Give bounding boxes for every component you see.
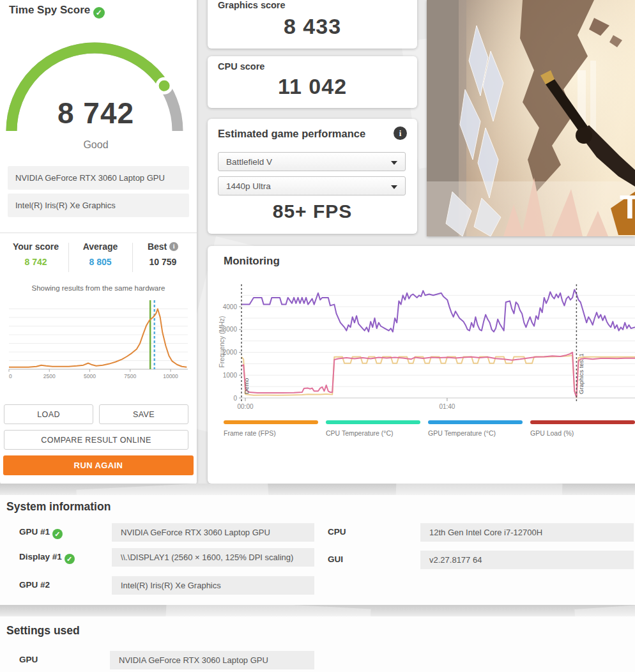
timespy-artwork: T — [427, 0, 635, 236]
best-score-value: 10 759 — [134, 257, 192, 267]
graphics-score-card: Graphics score 8 433 — [208, 0, 417, 49]
estimated-fps: 85+ FPS — [208, 201, 417, 222]
cpu-value: 12th Gen Intel Core i7-12700H — [420, 523, 634, 542]
game-select[interactable]: Battlefield V — [218, 152, 406, 171]
game-performance-info-icon[interactable]: i — [394, 126, 407, 140]
svg-text:7500: 7500 — [124, 373, 136, 379]
legend-label: GPU Load (%) — [530, 429, 635, 437]
settings-used-heading: Settings used — [6, 624, 80, 638]
monitoring-chart: 0100020003000400000:0001:40 DemoGraphics… — [208, 246, 635, 484]
legend-color-bar — [326, 420, 420, 424]
section-divider — [0, 605, 635, 616]
legend-gpu-load[interactable]: GPU Load (%) — [530, 420, 635, 437]
cpu-label: CPU — [328, 527, 346, 537]
settings-used-section: Settings used GPU NVIDIA GeForce RTX 306… — [0, 616, 635, 672]
best-info-icon[interactable]: i — [169, 242, 178, 251]
legend-color-bar — [224, 420, 318, 424]
average-score-value: 8 805 — [72, 257, 129, 267]
gpu1-name: NVIDIA GeForce RTX 3060 Laptop GPU — [8, 166, 189, 190]
best-score-label: Best i — [134, 241, 192, 252]
system-info-heading: System information — [6, 500, 111, 514]
monitoring-card: Monitoring 0100020003000400000:0001:40 D… — [208, 246, 635, 484]
gpu1-label: GPU #1 ✓ — [19, 527, 63, 539]
legend-gpu-temperature[interactable]: GPU Temperature (°C) — [428, 420, 523, 437]
cpu-score-label: CPU score — [218, 61, 264, 72]
gpu2-name: Intel(R) Iris(R) Xe Graphics — [8, 194, 189, 217]
gpu2-label: GPU #2 — [19, 580, 50, 590]
your-score-label: Your score — [6, 241, 65, 252]
artwork-overlay-letter: T — [620, 188, 635, 225]
verified-check-icon: ✓ — [52, 529, 63, 539]
cpu-score-value: 11 042 — [208, 74, 417, 99]
svg-text:0: 0 — [9, 373, 12, 379]
best-score-cell: Best i 10 759 — [134, 241, 192, 267]
svg-text:4000: 4000 — [223, 303, 238, 310]
run-again-button[interactable]: RUN AGAIN — [3, 455, 194, 475]
chevron-down-icon — [391, 185, 397, 189]
score-rating: Good — [0, 139, 192, 151]
legend-label: GPU Temperature (°C) — [428, 429, 523, 437]
game-select-value: Battlefield V — [226, 157, 272, 167]
gauge-knob-icon — [157, 79, 171, 93]
svg-text:5000: 5000 — [84, 373, 96, 379]
monitoring-y-axis-label: Frequency (MHz) — [218, 316, 226, 367]
average-score-cell: Average 8 805 — [72, 241, 129, 267]
svg-text:Demo: Demo — [243, 378, 250, 394]
settings-gpu-label: GPU — [19, 655, 38, 664]
hardware-histogram-chart: 025005000750010000 — [4, 295, 193, 379]
svg-text:10000: 10000 — [163, 373, 178, 379]
gpu2-value: Intel(R) Iris(R) Xe Graphics — [112, 576, 314, 595]
game-performance-title: Estimated game performance — [218, 128, 365, 140]
settings-gpu-value: NVIDIA GeForce RTX 3060 Laptop GPU — [110, 651, 314, 669]
svg-text:0: 0 — [233, 395, 237, 402]
legend-label: Frame rate (FPS) — [224, 429, 318, 437]
game-performance-card: Estimated game performance i Battlefield… — [208, 119, 417, 234]
section-divider — [0, 484, 635, 495]
compare-result-online-button[interactable]: COMPARE RESULT ONLINE — [4, 430, 188, 450]
svg-text:00:00: 00:00 — [237, 403, 253, 410]
legend-cpu-temperature[interactable]: CPU Temperature (°C) — [326, 420, 420, 437]
verified-check-icon: ✓ — [65, 554, 75, 564]
timespy-score-panel: Time Spy Score ✓ 8 742 Good NVIDIA GeFor… — [0, 0, 197, 485]
svg-text:2500: 2500 — [43, 373, 56, 379]
gui-label: GUI — [328, 554, 343, 564]
cpu-score-card: CPU score 11 042 — [208, 56, 417, 108]
legend-color-bar — [530, 420, 635, 424]
divider — [68, 243, 69, 272]
save-button[interactable]: SAVE — [99, 404, 188, 424]
histogram-title: Showing results from the same hardware — [0, 284, 197, 292]
display1-label: Display #1 ✓ — [19, 552, 75, 564]
svg-text:Graphics tes. 1: Graphics tes. 1 — [578, 353, 585, 394]
svg-text:01:40: 01:40 — [439, 403, 455, 410]
divider — [132, 243, 133, 272]
load-button[interactable]: LOAD — [4, 404, 93, 424]
verified-check-icon: ✓ — [93, 7, 105, 19]
display1-value: \\.\DISPLAY1 (2560 × 1600, 125% DPI scal… — [112, 548, 314, 567]
legend-color-bar — [428, 420, 523, 424]
overall-score: 8 742 — [0, 96, 192, 130]
average-score-label: Average — [72, 241, 129, 252]
chevron-down-icon — [391, 161, 397, 165]
preset-select-value: 1440p Ultra — [226, 181, 271, 191]
your-score-value: 8 742 — [6, 257, 65, 267]
gui-value: v2.27.8177 64 — [420, 551, 634, 569]
divider — [0, 233, 197, 233]
your-score-cell: Your score 8 742 — [6, 241, 65, 267]
panel-title: Time Spy Score — [9, 4, 90, 16]
legend-label: CPU Temperature (°C) — [326, 429, 420, 437]
preset-select[interactable]: 1440p Ultra — [218, 176, 406, 195]
graphics-score-value: 8 433 — [208, 14, 417, 39]
graphics-score-label: Graphics score — [218, 0, 286, 10]
svg-text:1000: 1000 — [223, 372, 238, 379]
gpu1-value: NVIDIA GeForce RTX 3060 Laptop GPU — [112, 523, 314, 542]
system-info-section: System information GPU #1 ✓ NVIDIA GeFor… — [0, 495, 635, 605]
legend-frame-rate[interactable]: Frame rate (FPS) — [224, 420, 318, 437]
